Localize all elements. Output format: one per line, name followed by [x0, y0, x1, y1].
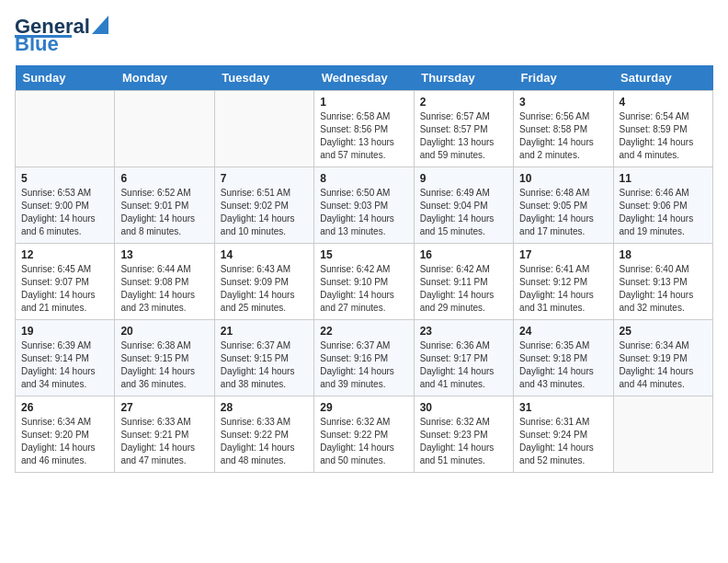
- day-number: 25: [620, 325, 707, 338]
- day-number: 26: [21, 401, 108, 414]
- calendar-cell: 4Sunrise: 6:54 AMSunset: 8:59 PMDaylight…: [613, 91, 712, 167]
- day-number: 4: [620, 96, 707, 109]
- cell-text: Sunrise: 6:54 AMSunset: 8:59 PMDaylight:…: [620, 110, 707, 162]
- calendar-cell: 30Sunrise: 6:32 AMSunset: 9:23 PMDayligh…: [414, 396, 513, 473]
- header-day-sunday: Sunday: [16, 65, 115, 91]
- calendar-cell: 15Sunrise: 6:42 AMSunset: 9:10 PMDayligh…: [314, 244, 414, 320]
- calendar-cell: 18Sunrise: 6:40 AMSunset: 9:13 PMDayligh…: [613, 244, 712, 320]
- day-number: 3: [519, 96, 607, 109]
- calendar-cell: 7Sunrise: 6:51 AMSunset: 9:02 PMDaylight…: [214, 167, 313, 244]
- cell-text: Sunrise: 6:34 AMSunset: 9:19 PMDaylight:…: [620, 339, 707, 391]
- calendar-cell: 27Sunrise: 6:33 AMSunset: 9:21 PMDayligh…: [115, 396, 214, 473]
- header-day-friday: Friday: [514, 65, 613, 91]
- calendar-cell: [613, 396, 712, 473]
- cell-text: Sunrise: 6:44 AMSunset: 9:08 PMDaylight:…: [120, 263, 208, 315]
- calendar-cell: 5Sunrise: 6:53 AMSunset: 9:00 PMDaylight…: [16, 167, 115, 244]
- cell-text: Sunrise: 6:48 AMSunset: 9:05 PMDaylight:…: [519, 187, 607, 238]
- cell-text: Sunrise: 6:51 AMSunset: 9:02 PMDaylight:…: [221, 187, 308, 238]
- week-row-3: 12Sunrise: 6:45 AMSunset: 9:07 PMDayligh…: [16, 244, 713, 320]
- day-number: 10: [519, 172, 607, 185]
- calendar-cell: 2Sunrise: 6:57 AMSunset: 8:57 PMDaylight…: [414, 91, 513, 167]
- cell-text: Sunrise: 6:32 AMSunset: 9:23 PMDaylight:…: [420, 416, 507, 467]
- cell-text: Sunrise: 6:43 AMSunset: 9:09 PMDaylight:…: [221, 263, 308, 315]
- calendar-cell: 1Sunrise: 6:58 AMSunset: 8:56 PMDaylight…: [314, 91, 414, 167]
- cell-text: Sunrise: 6:41 AMSunset: 9:12 PMDaylight:…: [519, 263, 607, 315]
- cell-text: Sunrise: 6:46 AMSunset: 9:06 PMDaylight:…: [620, 187, 707, 238]
- day-number: 12: [21, 248, 108, 261]
- day-number: 1: [320, 96, 407, 109]
- calendar-cell: 9Sunrise: 6:49 AMSunset: 9:04 PMDaylight…: [414, 167, 513, 244]
- cell-text: Sunrise: 6:35 AMSunset: 9:18 PMDaylight:…: [519, 339, 607, 391]
- calendar-cell: 26Sunrise: 6:34 AMSunset: 9:20 PMDayligh…: [16, 396, 115, 473]
- day-number: 15: [320, 248, 407, 261]
- calendar-cell: 28Sunrise: 6:33 AMSunset: 9:22 PMDayligh…: [214, 396, 313, 473]
- day-number: 13: [120, 248, 208, 261]
- calendar-cell: 25Sunrise: 6:34 AMSunset: 9:19 PMDayligh…: [613, 320, 712, 396]
- day-number: 14: [221, 248, 308, 261]
- cell-text: Sunrise: 6:50 AMSunset: 9:03 PMDaylight:…: [320, 187, 407, 238]
- day-number: 16: [420, 248, 507, 261]
- svg-marker-0: [92, 16, 108, 34]
- calendar-cell: [16, 91, 115, 167]
- calendar-cell: 14Sunrise: 6:43 AMSunset: 9:09 PMDayligh…: [214, 244, 313, 320]
- day-number: 9: [420, 172, 507, 185]
- logo-triangle-icon: [92, 16, 108, 34]
- day-number: 30: [420, 401, 507, 414]
- calendar-cell: [214, 91, 313, 167]
- day-number: 28: [221, 401, 308, 414]
- cell-text: Sunrise: 6:53 AMSunset: 9:00 PMDaylight:…: [21, 187, 108, 238]
- calendar-cell: 12Sunrise: 6:45 AMSunset: 9:07 PMDayligh…: [16, 244, 115, 320]
- day-number: 17: [519, 248, 607, 261]
- header-day-monday: Monday: [115, 65, 214, 91]
- cell-text: Sunrise: 6:33 AMSunset: 9:21 PMDaylight:…: [120, 416, 208, 467]
- header-day-thursday: Thursday: [414, 65, 513, 91]
- day-number: 11: [620, 172, 707, 185]
- cell-text: Sunrise: 6:58 AMSunset: 8:56 PMDaylight:…: [320, 110, 407, 162]
- header: General Blue: [15, 15, 713, 56]
- calendar-cell: 22Sunrise: 6:37 AMSunset: 9:16 PMDayligh…: [314, 320, 414, 396]
- header-day-saturday: Saturday: [613, 65, 712, 91]
- calendar-cell: 16Sunrise: 6:42 AMSunset: 9:11 PMDayligh…: [414, 244, 513, 320]
- day-number: 19: [21, 325, 108, 338]
- cell-text: Sunrise: 6:45 AMSunset: 9:07 PMDaylight:…: [21, 263, 108, 315]
- cell-text: Sunrise: 6:40 AMSunset: 9:13 PMDaylight:…: [620, 263, 707, 315]
- day-number: 2: [420, 96, 507, 109]
- cell-text: Sunrise: 6:38 AMSunset: 9:15 PMDaylight:…: [120, 339, 208, 391]
- calendar-cell: 11Sunrise: 6:46 AMSunset: 9:06 PMDayligh…: [613, 167, 712, 244]
- logo-blue: Blue: [15, 32, 59, 56]
- cell-text: Sunrise: 6:32 AMSunset: 9:22 PMDaylight:…: [320, 416, 407, 467]
- calendar-cell: 10Sunrise: 6:48 AMSunset: 9:05 PMDayligh…: [514, 167, 613, 244]
- cell-text: Sunrise: 6:39 AMSunset: 9:14 PMDaylight:…: [21, 339, 108, 391]
- header-day-tuesday: Tuesday: [214, 65, 313, 91]
- week-row-2: 5Sunrise: 6:53 AMSunset: 9:00 PMDaylight…: [16, 167, 713, 244]
- day-number: 20: [120, 325, 208, 338]
- cell-text: Sunrise: 6:36 AMSunset: 9:17 PMDaylight:…: [420, 339, 507, 391]
- cell-text: Sunrise: 6:49 AMSunset: 9:04 PMDaylight:…: [420, 187, 507, 238]
- day-number: 18: [620, 248, 707, 261]
- cell-text: Sunrise: 6:42 AMSunset: 9:11 PMDaylight:…: [420, 263, 507, 315]
- week-row-4: 19Sunrise: 6:39 AMSunset: 9:14 PMDayligh…: [16, 320, 713, 396]
- week-row-1: 1Sunrise: 6:58 AMSunset: 8:56 PMDaylight…: [16, 91, 713, 167]
- day-number: 8: [320, 172, 407, 185]
- cell-text: Sunrise: 6:57 AMSunset: 8:57 PMDaylight:…: [420, 110, 507, 162]
- week-row-5: 26Sunrise: 6:34 AMSunset: 9:20 PMDayligh…: [16, 396, 713, 473]
- day-number: 24: [519, 325, 607, 338]
- day-number: 31: [519, 401, 607, 414]
- cell-text: Sunrise: 6:33 AMSunset: 9:22 PMDaylight:…: [221, 416, 308, 467]
- calendar-cell: 8Sunrise: 6:50 AMSunset: 9:03 PMDaylight…: [314, 167, 414, 244]
- calendar-cell: 13Sunrise: 6:44 AMSunset: 9:08 PMDayligh…: [115, 244, 214, 320]
- day-number: 27: [120, 401, 208, 414]
- cell-text: Sunrise: 6:37 AMSunset: 9:15 PMDaylight:…: [221, 339, 308, 391]
- cell-text: Sunrise: 6:56 AMSunset: 8:58 PMDaylight:…: [519, 110, 607, 162]
- calendar-table: SundayMondayTuesdayWednesdayThursdayFrid…: [15, 65, 713, 473]
- logo: General Blue: [15, 15, 108, 56]
- day-number: 6: [120, 172, 208, 185]
- header-row: SundayMondayTuesdayWednesdayThursdayFrid…: [16, 65, 713, 91]
- cell-text: Sunrise: 6:52 AMSunset: 9:01 PMDaylight:…: [120, 187, 208, 238]
- calendar-cell: 23Sunrise: 6:36 AMSunset: 9:17 PMDayligh…: [414, 320, 513, 396]
- calendar-cell: 21Sunrise: 6:37 AMSunset: 9:15 PMDayligh…: [214, 320, 313, 396]
- calendar-cell: 19Sunrise: 6:39 AMSunset: 9:14 PMDayligh…: [16, 320, 115, 396]
- calendar-cell: 31Sunrise: 6:31 AMSunset: 9:24 PMDayligh…: [514, 396, 613, 473]
- calendar-cell: 17Sunrise: 6:41 AMSunset: 9:12 PMDayligh…: [514, 244, 613, 320]
- calendar-cell: 3Sunrise: 6:56 AMSunset: 8:58 PMDaylight…: [514, 91, 613, 167]
